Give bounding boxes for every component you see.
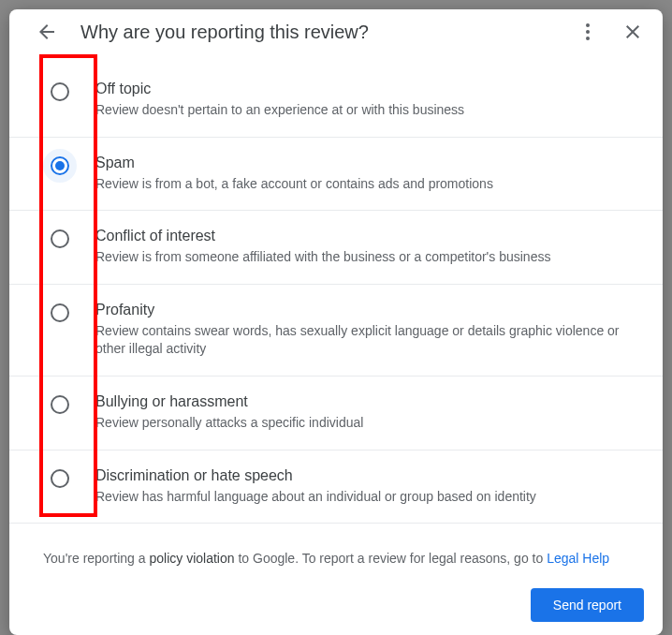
- option-title: Bullying or harassment: [95, 393, 640, 410]
- back-button[interactable]: [36, 21, 58, 43]
- legal-help-link[interactable]: Legal Help: [547, 551, 609, 566]
- footer-strong: policy violation: [149, 551, 234, 566]
- close-icon: [621, 21, 644, 43]
- radio-button[interactable]: [51, 395, 69, 414]
- option-text: Discrimination or hate speechReview has …: [95, 467, 640, 507]
- footer-info: You're reporting a policy violation to G…: [9, 538, 663, 579]
- header-actions: [577, 21, 644, 43]
- option-description: Review personally attacks a specific ind…: [95, 414, 640, 433]
- option-text: SpamReview is from a bot, a fake account…: [95, 155, 640, 194]
- option-row[interactable]: Bullying or harassmentReview personally …: [9, 377, 663, 450]
- radio-button[interactable]: [51, 229, 69, 248]
- option-row[interactable]: ProfanityReview contains swear words, ha…: [9, 285, 663, 377]
- option-description: Review has harmful language about an ind…: [95, 488, 640, 507]
- option-title: Off topic: [95, 81, 640, 97]
- option-row[interactable]: Discrimination or hate speechReview has …: [9, 450, 663, 524]
- radio-button[interactable]: [51, 469, 69, 488]
- modal-header: Why are you reporting this review?: [9, 9, 663, 54]
- svg-point-1: [586, 30, 590, 34]
- footer-actions: Send report: [9, 579, 663, 635]
- close-button[interactable]: [621, 21, 644, 43]
- option-title: Discrimination or hate speech: [95, 467, 640, 484]
- option-description: Review contains swear words, has sexuall…: [95, 322, 640, 359]
- option-row[interactable]: SpamReview is from a bot, a fake account…: [9, 138, 663, 212]
- option-text: Conflict of interestReview is from someo…: [95, 228, 640, 267]
- footer-prefix: You're reporting a: [43, 551, 149, 566]
- option-row[interactable]: Off topicReview doesn't pertain to an ex…: [9, 54, 663, 138]
- option-description: Review is from someone affiliated with t…: [95, 248, 640, 267]
- modal-title: Why are you reporting this review?: [80, 22, 554, 43]
- footer-middle: to Google. To report a review for legal …: [235, 551, 548, 566]
- option-text: ProfanityReview contains swear words, ha…: [95, 302, 640, 359]
- svg-point-2: [586, 37, 590, 40]
- report-modal: Why are you reporting this review? Off t…: [9, 9, 663, 635]
- option-title: Spam: [95, 155, 640, 171]
- option-title: Profanity: [95, 302, 640, 318]
- radio-button[interactable]: [51, 82, 69, 101]
- option-description: Review is from a bot, a fake account or …: [95, 175, 640, 194]
- option-description: Review doesn't pertain to an experience …: [95, 101, 640, 120]
- option-text: Off topicReview doesn't pertain to an ex…: [95, 81, 640, 120]
- radio-button[interactable]: [51, 303, 69, 322]
- radio-button[interactable]: [51, 156, 69, 175]
- more-options-button[interactable]: [577, 21, 599, 43]
- option-row[interactable]: Personal informationContains personal in…: [9, 524, 663, 538]
- options-list: Off topicReview doesn't pertain to an ex…: [9, 54, 663, 538]
- option-row[interactable]: Conflict of interestReview is from someo…: [9, 211, 663, 285]
- option-title: Conflict of interest: [95, 228, 640, 244]
- more-vert-icon: [577, 21, 599, 43]
- option-text: Bullying or harassmentReview personally …: [95, 393, 640, 433]
- send-report-button[interactable]: Send report: [531, 588, 644, 622]
- svg-point-0: [586, 23, 590, 27]
- arrow-left-icon: [36, 21, 58, 43]
